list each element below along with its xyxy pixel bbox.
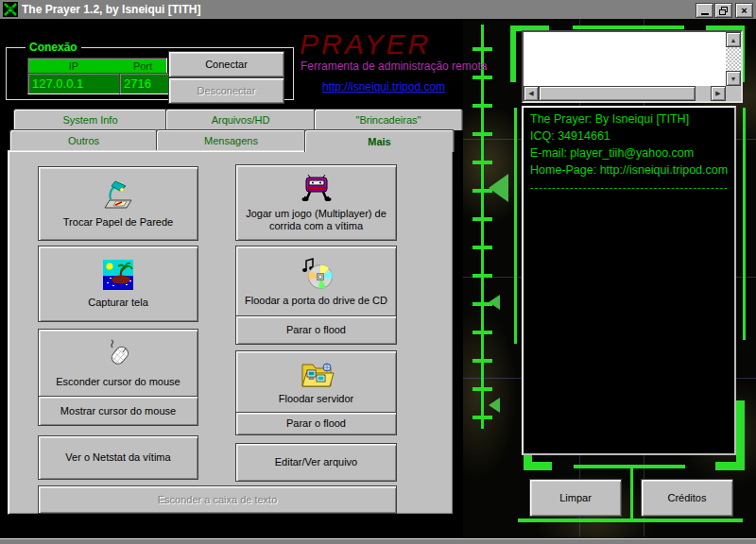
race-car-icon xyxy=(298,174,335,204)
connection-group: Conexão IP Port 127.0.0.1 2716 Conectar … xyxy=(6,47,294,100)
vertical-scrollbar-track[interactable] xyxy=(726,47,741,71)
hide-textbox-button[interactable]: Esconder a caixa de texto xyxy=(38,485,397,514)
tab-mensagens[interactable]: Mensagens xyxy=(156,129,306,151)
port-header-label: Port xyxy=(119,60,166,72)
connect-button[interactable]: Conectar xyxy=(168,51,284,77)
scroll-up-button[interactable]: ▲ xyxy=(726,32,741,47)
info-line: ICQ: 34914661 xyxy=(530,128,728,144)
server-folder-icon xyxy=(298,359,335,389)
decor-tick xyxy=(472,387,492,391)
show-cursor-button[interactable]: Mostrar cursor do mouse xyxy=(38,396,198,426)
info-separator: ----------------------------------------… xyxy=(530,178,728,196)
decor-triangle xyxy=(489,174,508,202)
change-wallpaper-button[interactable]: Trocar Papel de Parede xyxy=(38,166,198,241)
info-line: E-mail: player_tiih@yahoo.com xyxy=(530,144,728,162)
decor-line xyxy=(630,465,633,521)
app-icon xyxy=(3,2,18,17)
scroll-down-button[interactable]: ▼ xyxy=(726,71,741,86)
decor-line xyxy=(743,108,746,340)
port-input[interactable]: 2716 xyxy=(119,73,169,94)
decor-tick xyxy=(472,47,492,51)
window-title: The Prayer 1.2, by Isneiqui [TITH] xyxy=(22,3,200,16)
decor-tick xyxy=(472,246,492,249)
decor-bracket xyxy=(736,400,745,470)
decor-ruler-line xyxy=(481,25,484,429)
app-logo-subtitle: Ferramenta de administração remota xyxy=(301,60,487,73)
netstat-button[interactable]: Ver o Netstat da vítima xyxy=(38,435,198,480)
decor-tick xyxy=(472,217,492,221)
screenshot-island-icon xyxy=(103,260,133,290)
close-button[interactable]: × xyxy=(735,3,753,18)
decor-tick xyxy=(472,104,492,108)
output-textbox[interactable]: ▲ ▼ ◀ ▶ xyxy=(522,30,743,103)
decor-tick xyxy=(472,132,492,136)
decor-tick xyxy=(472,274,492,278)
hide-cursor-button[interactable]: Esconder cursor do mouse xyxy=(38,329,198,398)
scrollbar-corner xyxy=(726,86,741,101)
tab-panel-mais: Trocar Papel de Parede Capturar tela xyxy=(8,150,454,515)
cd-music-icon xyxy=(298,257,335,291)
disconnect-button[interactable]: Desconectar xyxy=(168,77,284,104)
window-bottom-border xyxy=(0,538,756,544)
flood-cd-button[interactable]: Floodar a porta do drive de CD xyxy=(235,246,397,317)
scroll-left-icon: ◀ xyxy=(528,90,533,97)
scroll-up-icon: ▲ xyxy=(730,37,737,43)
decor-tick xyxy=(472,416,492,419)
decor-bar xyxy=(573,26,684,29)
play-race-game-button[interactable]: Jogar um jogo (Multiplayer) de corrida c… xyxy=(235,164,397,241)
decor-tick xyxy=(472,161,492,164)
decor-tick xyxy=(472,76,492,79)
tab-system-info[interactable]: System Info xyxy=(13,109,167,130)
tab-arquivos-hd[interactable]: Arquivos/HD xyxy=(165,109,316,130)
homepage-link[interactable]: http://isneiqui.tripod.com xyxy=(322,80,445,94)
tab-brincadeiras[interactable]: "Brincadeiras" xyxy=(314,109,463,130)
minimize-icon xyxy=(701,13,709,15)
scroll-right-button[interactable]: ▶ xyxy=(711,86,726,101)
info-line: The Prayer: By Isneiqui [TITH] xyxy=(530,110,728,128)
wallpaper-lamp-icon xyxy=(99,178,137,211)
decor-bracket xyxy=(510,26,516,82)
clear-button[interactable]: Limpar xyxy=(529,479,622,517)
decor-tick xyxy=(472,359,492,363)
decor-line xyxy=(514,108,517,344)
stop-flood-cd-button[interactable]: Parar o flood xyxy=(235,315,397,345)
stop-flood-server-button[interactable]: Parar o flood xyxy=(235,412,397,435)
output-textbox-client[interactable] xyxy=(524,32,726,86)
close-icon: × xyxy=(741,5,747,16)
tab-outros[interactable]: Outros xyxy=(9,129,158,151)
restore-icon xyxy=(719,7,728,15)
horizontal-scrollbar-thumb[interactable] xyxy=(539,86,696,101)
connection-group-label: Conexão xyxy=(26,41,81,54)
titlebar: The Prayer 1.2, by Isneiqui [TITH] × xyxy=(0,0,756,19)
mouse-icon xyxy=(99,339,137,371)
decor-triangle xyxy=(489,398,500,413)
decor-tick xyxy=(472,331,492,334)
minimize-button[interactable] xyxy=(696,3,713,18)
flood-server-button[interactable]: Floodar servidor xyxy=(235,350,397,414)
restore-button[interactable] xyxy=(714,3,732,18)
info-box: The Prayer: By Isneiqui [TITH] ICQ: 3491… xyxy=(522,106,736,455)
tab-mais[interactable]: Mais xyxy=(304,129,455,152)
app-window: The Prayer 1.2, by Isneiqui [TITH] × xyxy=(0,0,756,544)
info-line: Home-Page: http://isneiqui.tripod.com xyxy=(530,162,728,178)
decor-bar xyxy=(518,518,743,522)
capture-screen-button[interactable]: Capturar tela xyxy=(38,246,198,322)
ip-port-header: IP Port xyxy=(27,58,167,74)
edit-view-file-button[interactable]: Editar/Ver arquivo xyxy=(235,443,397,482)
ip-header-label: IP xyxy=(28,60,119,72)
credits-button[interactable]: Créditos xyxy=(641,479,733,517)
scroll-right-icon: ▶ xyxy=(715,90,720,97)
ip-input[interactable]: 127.0.0.1 xyxy=(27,73,122,94)
app-logo-title: PRAYER xyxy=(300,30,431,59)
decor-bar xyxy=(574,465,685,468)
decor-triangle xyxy=(489,295,500,310)
scroll-down-icon: ▼ xyxy=(730,76,737,82)
decor-bracket xyxy=(524,462,552,470)
scroll-left-button[interactable]: ◀ xyxy=(524,86,539,101)
